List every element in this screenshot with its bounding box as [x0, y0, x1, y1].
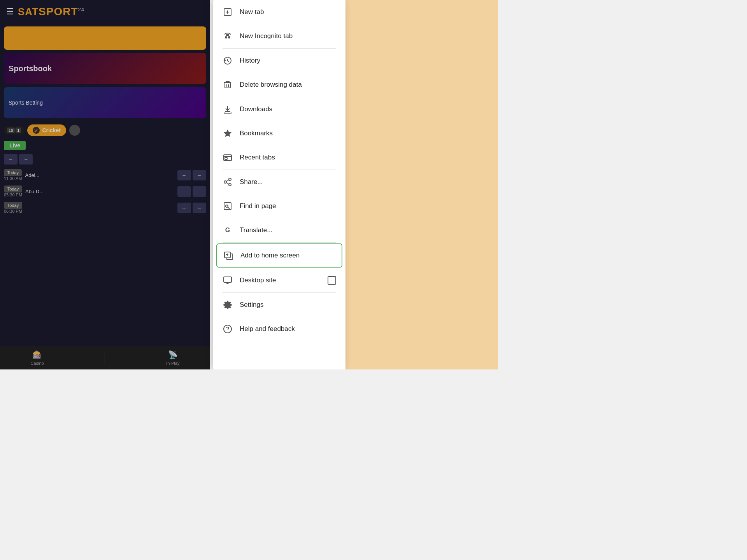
history-icon — [223, 56, 233, 66]
svg-point-14 — [224, 181, 226, 183]
desktop-site-icon — [223, 275, 233, 285]
share-icon — [223, 177, 233, 187]
add-to-home-label: Add to home screen — [240, 252, 335, 259]
recent-tabs-icon — [223, 152, 233, 163]
translate-icon: G — [223, 225, 233, 235]
menu-item-downloads[interactable]: Downloads — [213, 97, 345, 121]
find-in-page-label: Find in page — [240, 202, 336, 210]
context-menu: New tab New Incognito tab History — [213, 0, 345, 369]
downloads-label: Downloads — [240, 105, 336, 113]
right-bg-strip — [345, 0, 498, 369]
recent-tabs-label: Recent tabs — [240, 154, 336, 161]
overlay — [0, 0, 210, 369]
downloads-icon — [223, 104, 233, 114]
share-label: Share... — [240, 178, 336, 186]
new-tab-icon — [223, 7, 233, 17]
svg-point-15 — [229, 184, 231, 186]
history-label: History — [240, 57, 336, 65]
bookmarks-label: Bookmarks — [240, 130, 336, 137]
svg-line-20 — [228, 207, 230, 209]
menu-item-delete-browsing[interactable]: Delete browsing data — [213, 73, 345, 97]
divider-4 — [223, 242, 336, 243]
menu-item-find-in-page[interactable]: Find in page — [213, 194, 345, 218]
svg-marker-10 — [224, 130, 231, 137]
settings-label: Settings — [240, 301, 336, 309]
svg-point-3 — [226, 34, 229, 36]
add-home-screen-icon — [223, 250, 233, 261]
translate-label: Translate... — [240, 226, 336, 234]
menu-item-incognito[interactable]: New Incognito tab — [213, 24, 345, 48]
help-icon — [223, 324, 233, 334]
settings-icon — [223, 300, 233, 310]
desktop-site-checkbox[interactable] — [328, 276, 336, 285]
svg-line-16 — [226, 183, 229, 184]
menu-item-translate[interactable]: G Translate... — [213, 218, 345, 242]
menu-item-settings[interactable]: Settings — [213, 293, 345, 317]
help-label: Help and feedback — [240, 325, 336, 333]
menu-item-recent-tabs[interactable]: Recent tabs — [213, 145, 345, 170]
menu-item-history[interactable]: History — [213, 49, 345, 73]
menu-item-add-to-home[interactable]: Add to home screen — [216, 243, 342, 268]
svg-rect-24 — [224, 277, 231, 282]
find-in-page-icon — [223, 201, 233, 211]
delete-browsing-icon — [223, 80, 233, 90]
menu-item-desktop-site[interactable]: Desktop site — [213, 268, 345, 292]
desktop-site-label: Desktop site — [240, 276, 321, 284]
menu-item-new-tab[interactable]: New tab — [213, 0, 345, 24]
svg-point-5 — [228, 36, 230, 38]
svg-line-17 — [226, 180, 229, 182]
svg-point-13 — [229, 178, 231, 180]
menu-item-help[interactable]: Help and feedback — [213, 317, 345, 341]
bookmarks-icon — [223, 128, 233, 138]
menu-item-share[interactable]: Share... — [213, 170, 345, 194]
new-tab-label: New tab — [240, 8, 336, 16]
menu-item-bookmarks[interactable]: Bookmarks — [213, 121, 345, 145]
delete-browsing-label: Delete browsing data — [240, 81, 336, 89]
svg-rect-12 — [225, 158, 227, 159]
svg-point-4 — [225, 36, 227, 38]
svg-point-19 — [226, 205, 228, 207]
incognito-icon — [223, 31, 233, 41]
svg-rect-7 — [225, 82, 230, 88]
incognito-label: New Incognito tab — [240, 32, 336, 40]
